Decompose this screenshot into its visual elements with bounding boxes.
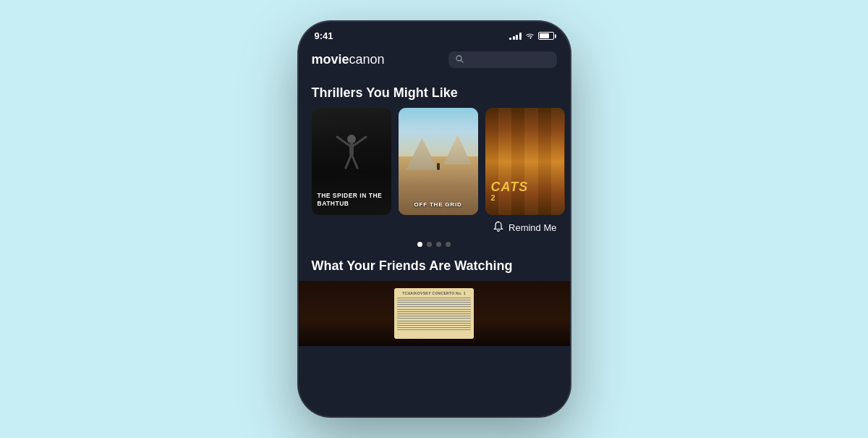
offgrid-title: OFF THE GRID — [399, 201, 478, 208]
phone-frame: 9:41 moviecanon — [299, 22, 570, 416]
spider-art — [330, 128, 373, 179]
friends-image: TCHAIKOVSKY CONCERTO No. 1 — [299, 281, 570, 346]
svg-point-0 — [456, 56, 461, 61]
svg-line-1 — [461, 61, 463, 63]
offgrid-figure — [437, 163, 440, 170]
notch — [387, 22, 481, 42]
svg-point-2 — [347, 135, 356, 143]
remind-text: Remind Me — [509, 222, 556, 233]
friends-section-title: What Your Friends Are Watching — [299, 254, 570, 281]
cats-subtitle: 2 — [491, 193, 559, 202]
svg-rect-3 — [349, 143, 354, 156]
battery-icon — [538, 32, 554, 40]
sheet-music-text: TCHAIKOVSKY CONCERTO No. 1 — [397, 291, 471, 295]
movie-card-spider[interactable]: THE SPIDER IN THE BATHTUB — [312, 108, 391, 215]
app-header: moviecanon — [299, 44, 570, 75]
wifi-icon — [525, 32, 535, 41]
app-logo: moviecanon — [312, 52, 385, 67]
svg-line-7 — [352, 156, 357, 168]
svg-line-6 — [346, 156, 351, 168]
status-icons — [509, 32, 554, 41]
status-time: 9:41 — [315, 30, 333, 41]
thrillers-section-title: Thrillers You Might Like — [299, 75, 570, 108]
cats-title: CATS — [491, 180, 559, 193]
cats-title-wrapper: CATS 2 — [491, 180, 559, 202]
pagination — [299, 237, 570, 254]
pagination-dot-1[interactable] — [417, 242, 422, 247]
signal-icon — [509, 33, 522, 40]
search-icon — [456, 55, 464, 64]
sheet-music: TCHAIKOVSKY CONCERTO No. 1 — [394, 288, 474, 339]
logo-light: canon — [349, 52, 385, 67]
pagination-dot-2[interactable] — [427, 242, 432, 247]
movie-card-offgrid[interactable]: OFF THE GRID — [399, 108, 478, 215]
app-content: moviecanon Thrillers You Might Like — [299, 44, 570, 407]
bell-icon — [493, 221, 504, 235]
remind-row[interactable]: Remind Me — [299, 215, 570, 237]
pagination-dot-3[interactable] — [436, 242, 441, 247]
movie-card-cats[interactable]: CATS 2 — [485, 108, 565, 215]
pagination-dot-4[interactable] — [446, 242, 451, 247]
search-bar[interactable] — [448, 51, 557, 68]
spider-title: THE SPIDER IN THE BATHTUB — [318, 192, 386, 208]
logo-bold: movie — [312, 52, 349, 67]
movies-row: THE SPIDER IN THE BATHTUB OFF THE GRID — [299, 108, 570, 215]
